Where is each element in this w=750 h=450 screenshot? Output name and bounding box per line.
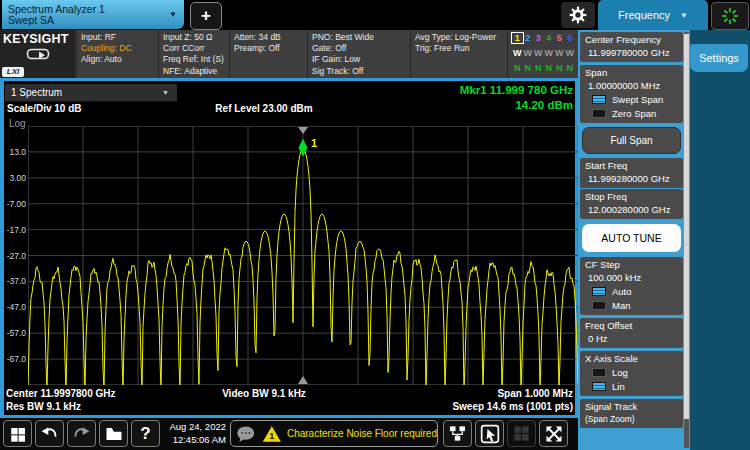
full-span-button[interactable]: Full Span — [582, 127, 681, 154]
cf-step-man-option[interactable]: Man — [585, 298, 683, 312]
trace-number-cell[interactable]: 6 — [565, 33, 576, 43]
align-status: Align: Auto — [81, 54, 161, 65]
multi-window-button[interactable] — [507, 420, 536, 447]
lxi-badge: LXI — [2, 67, 24, 77]
alert-banner[interactable]: 1 Characterize Noise Floor required — [230, 420, 438, 447]
atten-status: Atten: 34 dB — [234, 32, 310, 43]
top-tab-bar: Spectrum Analyzer 1 Swept SA ▼ + Frequen — [0, 0, 750, 30]
video-bw-annotation: Video BW 9.1 kHz — [169, 388, 359, 399]
if-gain-status: IF Gain: Low — [312, 54, 413, 65]
header-col-pno: PNO: Best Wide Gate: Off IF Gain: Low Si… — [307, 30, 413, 80]
spinner-icon — [720, 6, 740, 26]
windows-icon — [9, 425, 27, 443]
help-button[interactable]: ? — [131, 420, 160, 447]
mode-menu-dropdown[interactable]: Frequency ▼ — [598, 0, 708, 30]
windows-start-button[interactable] — [3, 420, 32, 447]
gate-status: Gate: Off — [312, 43, 413, 54]
y-axis-label: 13.0 — [4, 147, 26, 157]
span-button[interactable]: Span 1.00000000 MHz — [585, 67, 683, 92]
busy-indicator-button[interactable] — [711, 2, 749, 30]
y-axis-label: -37.0 — [4, 276, 26, 286]
folder-icon — [105, 425, 123, 443]
redo-icon — [72, 424, 91, 443]
swept-span-option[interactable]: Swept Span — [585, 92, 683, 106]
cf-step-button[interactable]: CF Step 100.000 kHz — [585, 259, 683, 284]
system-settings-button[interactable] — [561, 2, 595, 28]
stop-freq-value: 12.000280000 GHz — [585, 203, 683, 216]
freq-offset-button[interactable]: Freq Offset 0 Hz — [580, 318, 683, 348]
header-col-input: Input: RF Coupling: DC Align: Auto — [76, 30, 161, 80]
center-freq-top-indicator — [298, 127, 308, 134]
x-axis-log-option[interactable]: Log — [585, 365, 683, 379]
trace-type-cell[interactable]: W — [565, 48, 576, 58]
undo-icon — [40, 424, 59, 443]
trace-number-cell[interactable]: 2 — [523, 33, 534, 43]
trig-status: Trig: Free Run — [415, 43, 510, 54]
touch-icon — [480, 424, 500, 444]
auto-tune-button[interactable]: AUTO TUNE — [582, 224, 681, 252]
header-col-avg: Avg Type: Log-Power Trig: Free Run — [410, 30, 510, 80]
y-axis-label: -7.00 — [4, 199, 26, 209]
warning-triangle-icon: 1 — [262, 424, 282, 444]
spectrum-analyzer-app: Spectrum Analyzer 1 Swept SA ▼ + Frequen — [0, 0, 750, 450]
nfe-status: NFE: Adaptive — [163, 66, 232, 77]
brand-logo: KEYSIGHT — [0, 30, 75, 46]
window-selector-dropdown[interactable]: 1 Spectrum ▼ — [5, 84, 177, 102]
trace-type-cell[interactable]: W — [533, 48, 544, 58]
file-explorer-button[interactable] — [99, 420, 128, 447]
trace-detector-cell[interactable]: N — [565, 63, 576, 73]
grid-layout-icon — [512, 424, 531, 443]
trace-number-cell[interactable]: 5 — [554, 33, 565, 43]
redo-button[interactable] — [67, 420, 96, 447]
scrollbar-thumb[interactable] — [684, 34, 689, 419]
trace-detector-cell[interactable]: N — [544, 63, 555, 73]
trace-detector-cell[interactable]: N — [523, 63, 534, 73]
system-info-bar: KEYSIGHT LXI Input: RF Coupling: DC Alig… — [0, 30, 578, 78]
frequency-menu-panel: Settings Center Frequency 11.999780000 G… — [578, 30, 750, 450]
trace-type-cell[interactable]: W — [544, 48, 555, 58]
trace-number-cell[interactable]: 1 — [512, 33, 523, 43]
app-tab-spectrum-analyzer[interactable]: Spectrum Analyzer 1 Swept SA ▼ — [2, 0, 184, 29]
input-z-status: Input Z: 50 Ω — [163, 32, 232, 43]
panel-scrollbar[interactable] — [684, 32, 689, 448]
input-status: Input: RF — [81, 32, 161, 43]
add-tab-button[interactable]: + — [190, 2, 222, 30]
grid-svg: 1 — [28, 126, 578, 385]
window-selector-label: 1 Spectrum — [5, 87, 62, 98]
fullscreen-button[interactable] — [539, 420, 568, 447]
touch-mode-button[interactable] — [475, 420, 504, 447]
question-icon: ? — [140, 424, 150, 444]
y-axis-label: 3.00 — [4, 173, 26, 183]
trace-detector-cell[interactable]: N — [554, 63, 565, 73]
radio-unselected-icon — [592, 109, 606, 118]
start-freq-label: Start Freq — [585, 160, 683, 172]
cf-step-group: CF Step 100.000 kHz Auto Man — [580, 257, 683, 315]
cf-step-auto-option[interactable]: Auto — [585, 284, 683, 298]
settings-tab[interactable]: Settings — [690, 44, 748, 72]
freq-offset-value: 0 Hz — [585, 332, 683, 345]
start-freq-button[interactable]: Start Freq 11.999280000 GHz — [580, 158, 683, 188]
block-diagram-button[interactable] — [443, 420, 472, 447]
trace-status-table[interactable]: 123456WWWWWWNNNNNN — [507, 30, 579, 78]
stop-freq-button[interactable]: Stop Freq 12.000280000 GHz — [580, 189, 683, 219]
settings-tab-label: Settings — [699, 52, 739, 64]
trace-type-cell[interactable]: W — [512, 48, 523, 58]
preamp-status: Preamp: Off — [234, 43, 310, 54]
center-frequency-button[interactable]: Center Frequency 11.999780000 GHz — [580, 32, 683, 62]
signal-track-button[interactable]: Signal Track (Span Zoom) — [580, 399, 683, 428]
trace-type-cell[interactable]: W — [523, 48, 534, 58]
avg-type-status: Avg Type: Log-Power — [415, 32, 510, 43]
zero-span-option[interactable]: Zero Span — [585, 106, 683, 120]
trace-number-cell[interactable]: 3 — [533, 33, 544, 43]
trace-detector-cell[interactable]: N — [512, 63, 523, 73]
span-label: Span — [585, 67, 683, 79]
x-axis-lin-option[interactable]: Lin — [585, 379, 683, 393]
header-col-impedance: Input Z: 50 Ω Corr CCorr Freq Ref: Int (… — [158, 30, 232, 80]
undo-button[interactable] — [35, 420, 64, 447]
graticule[interactable]: 1 — [28, 126, 578, 385]
trace-detector-cell[interactable]: N — [533, 63, 544, 73]
trace-type-cell[interactable]: W — [554, 48, 565, 58]
trace-number-cell[interactable]: 4 — [544, 33, 555, 43]
time-text: 12:45:06 AM — [160, 434, 226, 447]
y-axis-label: -27.0 — [4, 251, 26, 261]
